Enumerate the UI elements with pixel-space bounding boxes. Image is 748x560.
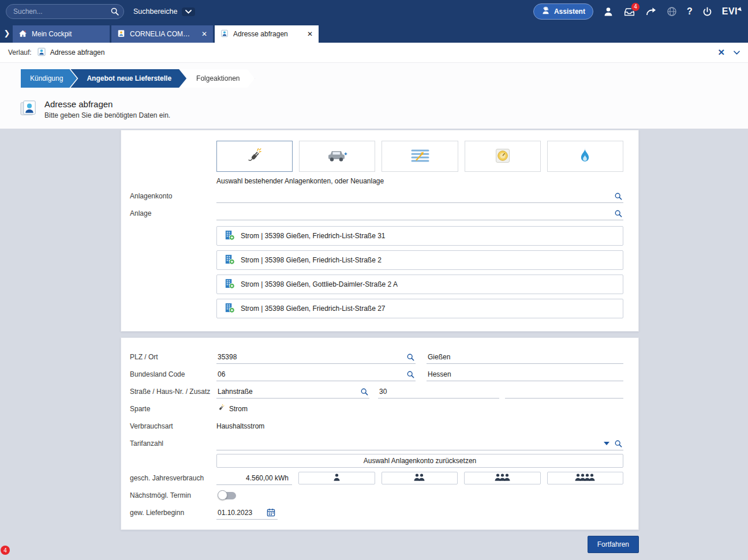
search-icon[interactable] [407, 371, 414, 378]
zusatz-field [505, 385, 623, 399]
assistent-button[interactable]: Assistent [533, 3, 593, 20]
division-fernwaerme-button[interactable] [382, 141, 458, 172]
household-3-persons-button[interactable] [464, 472, 541, 484]
close-tab-icon[interactable]: ✕ [199, 30, 207, 38]
address-card-icon [37, 47, 46, 58]
ort-input[interactable] [427, 350, 623, 363]
anlage-list-item[interactable]: Strom | 35398 Gießen, Gottlieb-Daimler-S… [216, 275, 623, 294]
search-icon[interactable] [615, 210, 622, 217]
bundesland-name-input[interactable] [427, 367, 623, 381]
expand-panel-icon[interactable]: ❯ [1, 29, 13, 37]
power-icon[interactable] [702, 7, 712, 17]
division-strom-button[interactable] [216, 141, 293, 172]
anlage-label: Anlage [130, 209, 216, 217]
toggle-knob [218, 490, 227, 500]
search-input[interactable] [6, 4, 124, 19]
anlage-item-label: Strom | 35398 Gießen, Gottlieb-Daimler-S… [241, 280, 398, 288]
verbrauchsart-value: Haushaltsstrom [216, 422, 264, 430]
jahresverbrauch-input[interactable] [216, 471, 292, 484]
household-2-persons-button[interactable] [382, 472, 458, 484]
person-4-icon [575, 473, 595, 483]
chevron-down-icon[interactable] [734, 51, 740, 55]
messwesen-meter-icon [494, 147, 511, 166]
verlauf-entry[interactable]: Adresse abfragen [37, 47, 105, 58]
anlage-item-label: Strom | 35398 Gießen, Friedrich-List-Str… [241, 232, 386, 240]
division-emobilitaet-button[interactable] [299, 141, 375, 172]
anlagenkonto-field [216, 189, 623, 203]
strom-plug-icon [216, 404, 225, 414]
user-icon[interactable] [603, 6, 614, 17]
page-subtitle: Bitte geben Sie die benötigten Daten ein… [44, 111, 170, 119]
search-icon[interactable] [615, 193, 622, 200]
notification-badge: 4 [631, 2, 640, 12]
footer-actions: Fortfahren [121, 536, 639, 553]
lieferbeginn-field [216, 506, 278, 520]
division-gas-button[interactable] [547, 141, 623, 172]
tarifanzahl-input[interactable] [216, 437, 623, 450]
close-tab-icon[interactable]: ✕ [305, 30, 313, 38]
search-icon[interactable] [111, 7, 119, 17]
strasse-field [216, 385, 369, 399]
anlage-list-item[interactable]: Strom | 35398 Gießen, Friedrich-List-Str… [216, 226, 623, 246]
search-icon[interactable] [407, 354, 414, 361]
tarifanzahl-label: Tarifanzahl [130, 439, 216, 448]
process-steps: Kündigung Angebot neue Lieferstelle Folg… [0, 62, 748, 92]
chevron-down-icon [182, 7, 195, 16]
topbar-actions: Assistent 4 ? EVI [533, 3, 742, 20]
fernwaerme-icon [410, 148, 431, 166]
anlage-item-label: Strom | 35398 Gießen, Friedrich-List-Str… [241, 256, 382, 264]
step-label: Folgeaktionen [196, 74, 240, 82]
household-4-persons-button[interactable] [547, 472, 624, 484]
bundesland-code-input[interactable] [216, 367, 416, 381]
anlagenkonto-input[interactable] [216, 189, 623, 202]
building-plus-icon [224, 278, 235, 291]
hausnr-input[interactable] [378, 385, 499, 398]
ort-field [427, 350, 623, 364]
calendar-icon[interactable] [267, 508, 275, 517]
page-title: Adresse abfragen [44, 99, 170, 109]
address-card-icon [20, 99, 38, 119]
step-folgeaktionen[interactable]: Folgeaktionen [180, 69, 255, 88]
inbox-tray-icon[interactable]: 4 [623, 6, 635, 17]
anlage-field [216, 206, 623, 220]
app-window: Suchbereiche Assistent 4 [0, 0, 748, 560]
strasse-input[interactable] [216, 385, 369, 398]
suchbereiche-button[interactable]: Suchbereiche [133, 7, 195, 16]
bundesland-name-field [427, 367, 623, 381]
anlage-list-item[interactable]: Strom | 35398 Gießen, Friedrich-List-Str… [216, 250, 623, 270]
tab-cornelia[interactable]: CORNELIA COMPLE... ✕ [111, 25, 213, 43]
zusatz-input[interactable] [505, 385, 623, 398]
globe-icon[interactable] [667, 6, 677, 17]
household-1-person-button[interactable] [298, 472, 375, 484]
division-buttons [216, 141, 623, 172]
division-messwesen-button[interactable] [465, 141, 541, 172]
search-icon[interactable] [615, 440, 622, 448]
tab-adresse-abfragen[interactable]: Adresse abfragen ✕ [215, 25, 319, 43]
building-plus-icon [224, 302, 235, 315]
corner-notification-badge[interactable]: 4 [1, 546, 10, 555]
anlagenkonto-label: Anlagenkonto [130, 192, 216, 200]
anlagen-list: Strom | 35398 Gießen, Friedrich-List-Str… [216, 226, 623, 323]
global-search[interactable] [6, 4, 124, 19]
emobilitaet-car-icon [327, 148, 347, 165]
assistent-label: Assistent [554, 7, 585, 16]
anlage-input[interactable] [216, 206, 623, 220]
suchbereiche-label: Suchbereiche [133, 7, 177, 16]
jahresverbrauch-field [216, 471, 292, 485]
close-process-icon[interactable]: ✕ [717, 47, 725, 58]
reset-anlagenkonto-button[interactable]: Auswahl Anlagenkonto zurücksetzen [216, 454, 623, 468]
search-icon[interactable] [361, 388, 368, 396]
anlage-list-item[interactable]: Strom | 35398 Gießen, Friedrich-List-Str… [216, 299, 623, 318]
step-kuendigung[interactable]: Kündigung [21, 69, 77, 88]
sparte-value: Strom [216, 404, 248, 414]
naechstmoegl-termin-toggle[interactable] [219, 492, 236, 499]
tab-label: Adresse abfragen [233, 30, 300, 38]
fortfahren-button[interactable]: Fortfahren [588, 536, 639, 553]
help-icon[interactable]: ? [687, 6, 693, 17]
chevron-down-icon[interactable] [604, 442, 609, 445]
plz-input[interactable] [216, 350, 416, 363]
redo-icon[interactable] [645, 7, 657, 16]
step-angebot-neue-lieferstelle[interactable]: Angebot neue Lieferstelle [70, 69, 186, 88]
tab-mein-cockpit[interactable]: Mein Cockpit [13, 25, 110, 43]
step-label: Kündigung [30, 74, 63, 82]
